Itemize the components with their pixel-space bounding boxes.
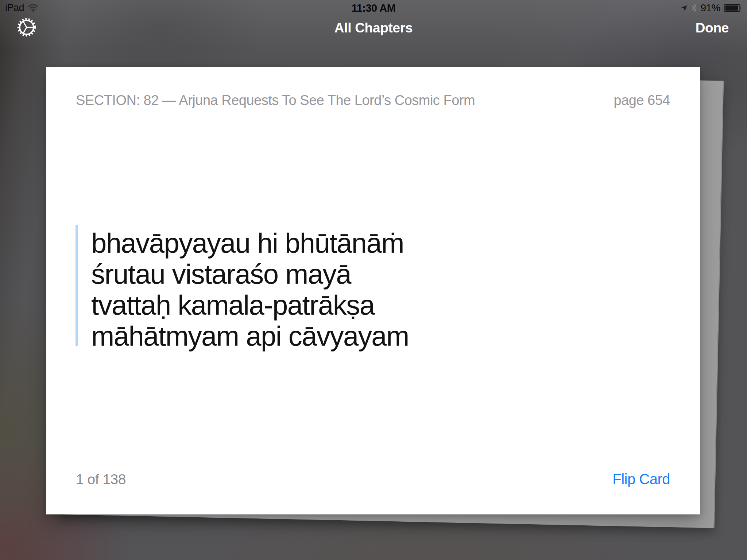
- bluetooth-icon: [691, 3, 697, 13]
- flip-card-button[interactable]: Flip Card: [612, 471, 670, 487]
- screen: iPad 11:30 AM 91%: [0, 0, 747, 560]
- verse-quote-bar: [76, 225, 78, 346]
- verse-text: bhavāpyayau hi bhūtānāṁ śrutau vistaraśo…: [91, 228, 409, 351]
- status-right-group: 91%: [680, 2, 743, 14]
- location-arrow-icon: [680, 4, 688, 12]
- page-number: page 654: [599, 93, 670, 108]
- flashcard[interactable]: SECTION: 82 — Arjuna Requests To See The…: [46, 67, 700, 514]
- card-progress: 1 of 138: [76, 471, 126, 487]
- clock: 11:30 AM: [0, 2, 747, 14]
- battery-percent: 91%: [700, 2, 720, 14]
- verse-line: bhavāpyayau hi bhūtānāṁ: [91, 228, 409, 258]
- section-header: SECTION: 82 — Arjuna Requests To See The…: [76, 93, 475, 108]
- status-bar: iPad 11:30 AM 91%: [0, 0, 747, 15]
- verse-line: māhātmyam api cāvyayam: [91, 320, 409, 351]
- battery-icon: [724, 3, 743, 13]
- verse-line: tvattaḥ kamala-patrākṣa: [91, 289, 409, 320]
- page-title: All Chapters: [0, 20, 747, 36]
- done-button[interactable]: Done: [696, 20, 729, 36]
- card-header: SECTION: 82 — Arjuna Requests To See The…: [76, 93, 670, 109]
- verse-line: śrutau vistaraśo mayā: [91, 258, 409, 289]
- card-footer: 1 of 138 Flip Card: [76, 471, 670, 487]
